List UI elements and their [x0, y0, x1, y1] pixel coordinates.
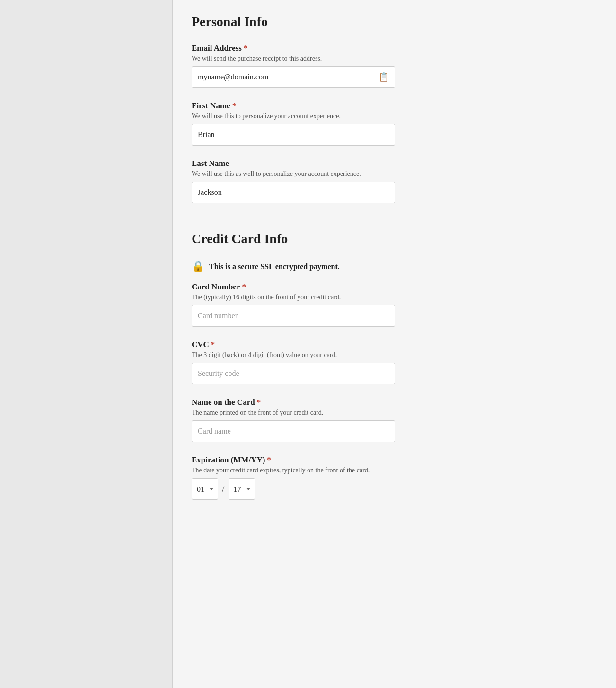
first-name-field-group: First Name* We will use this to personal… — [192, 101, 597, 146]
cvc-input[interactable] — [198, 369, 389, 378]
cvc-field-group: CVC* The 3 digit (back) or 4 digit (fron… — [192, 340, 597, 384]
main-content: Personal Info Email Address* We will sen… — [173, 0, 616, 688]
last-name-input-wrapper[interactable] — [192, 182, 395, 203]
last-name-description: We will use this as well to personalize … — [192, 170, 597, 178]
sidebar — [0, 0, 173, 688]
credit-card-section: Credit Card Info — [192, 231, 597, 246]
first-name-required-marker: * — [232, 101, 237, 110]
first-name-input-wrapper[interactable] — [192, 124, 395, 146]
first-name-label: First Name* — [192, 101, 597, 111]
first-name-input[interactable] — [198, 131, 389, 139]
expiration-year-select[interactable]: 17 18 19 20 21 22 23 24 25 26 27 28 — [229, 478, 255, 500]
cvc-input-wrapper[interactable] — [192, 363, 395, 384]
personal-info-title: Personal Info — [192, 14, 597, 29]
secure-text: This is a secure SSL encrypted payment. — [209, 262, 340, 271]
last-name-label: Last Name — [192, 159, 597, 168]
cvc-description: The 3 digit (back) or 4 digit (front) va… — [192, 351, 597, 359]
card-number-input-wrapper[interactable] — [192, 305, 395, 327]
card-name-label: Name on the Card* — [192, 398, 597, 407]
card-name-field-group: Name on the Card* The name printed on th… — [192, 398, 597, 442]
email-label: Email Address* — [192, 44, 597, 53]
card-number-description: The (typically) 16 digits on the front o… — [192, 294, 597, 301]
expiration-month-select[interactable]: 01 02 03 04 05 06 07 08 09 10 11 12 — [192, 478, 218, 500]
expiration-row: 01 02 03 04 05 06 07 08 09 10 11 12 / 17… — [192, 478, 597, 500]
last-name-field-group: Last Name We will use this as well to pe… — [192, 159, 597, 203]
page-wrapper: Personal Info Email Address* We will sen… — [0, 0, 616, 688]
card-name-input-wrapper[interactable] — [192, 420, 395, 442]
card-number-input[interactable] — [198, 312, 389, 320]
cvc-label: CVC* — [192, 340, 597, 349]
expiration-slash: / — [222, 484, 225, 495]
card-number-label: Card Number* — [192, 282, 597, 292]
expiration-description: The date your credit card expires, typic… — [192, 467, 597, 474]
expiration-required-marker: * — [267, 455, 271, 464]
email-required-marker: * — [244, 44, 248, 52]
card-number-required-marker: * — [242, 282, 246, 291]
email-input-wrapper[interactable]: 📋 — [192, 66, 395, 88]
section-divider — [192, 217, 597, 217]
credit-card-title: Credit Card Info — [192, 231, 597, 246]
first-name-description: We will use this to personalize your acc… — [192, 113, 597, 120]
email-field-group: Email Address* We will send the purchase… — [192, 44, 597, 88]
contacts-icon: 📋 — [378, 72, 389, 82]
expiration-field-group: Expiration (MM/YY)* The date your credit… — [192, 455, 597, 500]
card-number-field-group: Card Number* The (typically) 16 digits o… — [192, 282, 597, 327]
personal-info-section: Personal Info — [192, 14, 597, 29]
card-name-input[interactable] — [198, 427, 389, 435]
email-input[interactable] — [198, 73, 378, 81]
cvc-required-marker: * — [211, 340, 215, 349]
secure-badge: 🔒 This is a secure SSL encrypted payment… — [192, 261, 597, 273]
lock-icon: 🔒 — [192, 261, 204, 273]
card-name-description: The name printed on the front of your cr… — [192, 409, 597, 417]
last-name-input[interactable] — [198, 188, 389, 197]
expiration-label: Expiration (MM/YY)* — [192, 455, 597, 465]
card-name-required-marker: * — [257, 398, 261, 407]
email-description: We will send the purchase receipt to thi… — [192, 55, 597, 62]
